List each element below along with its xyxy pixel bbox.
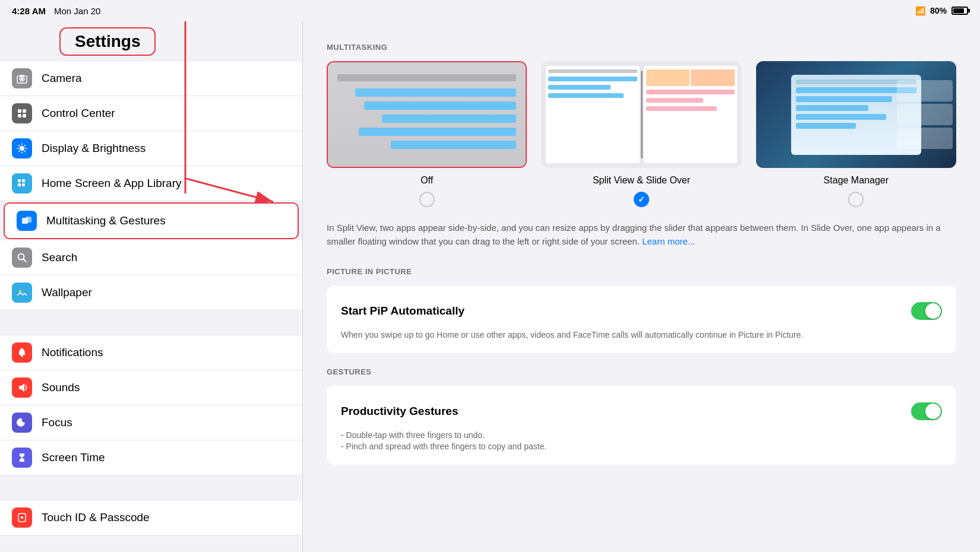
status-time: 4:28 AM (12, 6, 46, 16)
camera-icon (12, 68, 32, 88)
svg-rect-27 (21, 355, 23, 357)
search-label: Search (42, 251, 77, 264)
battery-fill (953, 8, 964, 13)
gestures-card: Productivity Gestures - Double-tap with … (327, 386, 956, 465)
svg-point-25 (17, 287, 27, 298)
settings-title: Settings (75, 32, 140, 50)
split-right (644, 66, 737, 163)
sounds-label: Sounds (42, 381, 80, 394)
svg-rect-7 (23, 114, 26, 118)
sidebar-item-search[interactable]: Search (0, 240, 302, 275)
svg-line-16 (19, 151, 20, 152)
stage-radio[interactable] (848, 192, 864, 207)
sidebar-group-3: Touch ID & Passcode (0, 500, 302, 535)
pip-toggle-description: When you swipe up to go Home or use othe… (341, 329, 942, 341)
svg-line-24 (24, 259, 27, 262)
wifi-icon: 📶 (915, 6, 925, 15)
svg-rect-20 (22, 183, 25, 186)
svg-rect-4 (18, 109, 21, 113)
svg-line-14 (24, 151, 26, 152)
control-center-label: Control Center (42, 107, 115, 120)
svg-rect-22 (26, 217, 31, 223)
svg-rect-5 (23, 109, 26, 113)
svg-rect-6 (18, 114, 21, 118)
svg-rect-18 (22, 179, 25, 182)
stage-side (897, 80, 953, 149)
off-preview (327, 61, 527, 168)
sidebar-item-home-screen[interactable]: Home Screen & App Library (0, 166, 302, 201)
sidebar-item-sounds[interactable]: Sounds (0, 370, 302, 405)
productivity-toggle-description: - Double-tap with three fingers to undo.… (341, 430, 942, 453)
status-date: Mon Jan 20 (54, 6, 100, 16)
screen-time-label: Screen Time (42, 451, 105, 464)
learn-more-link[interactable]: Learn more... (642, 236, 695, 246)
sidebar-gap-1 (0, 327, 302, 335)
sidebar-group-2: Notifications Sounds Focus (0, 335, 302, 475)
stage-preview-content (756, 61, 956, 168)
notifications-label: Notifications (42, 346, 103, 359)
sidebar-item-control-center[interactable]: Control Center (0, 96, 302, 131)
sidebar-header: Settings (0, 21, 302, 61)
split-preview-content (541, 61, 741, 168)
off-label: Off (421, 175, 433, 186)
multitasking-option-off[interactable]: Off (327, 61, 527, 207)
status-right: 📶 80% (915, 6, 968, 15)
sidebar-item-display[interactable]: Display & Brightness (0, 131, 302, 166)
display-label: Display & Brightness (42, 142, 146, 155)
screen-time-icon (12, 448, 32, 468)
home-screen-icon (12, 173, 32, 193)
productivity-toggle-label: Productivity Gestures (341, 405, 458, 418)
sidebar-item-touch-id[interactable]: Touch ID & Passcode (0, 500, 302, 535)
touch-id-icon (12, 507, 32, 528)
multitasking-icon (17, 211, 37, 231)
sidebar-group-1: Camera Control Center (0, 61, 302, 310)
wallpaper-label: Wallpaper (42, 286, 92, 299)
svg-rect-19 (18, 183, 21, 186)
touch-id-label: Touch ID & Passcode (42, 511, 150, 524)
split-left (546, 66, 639, 163)
split-radio[interactable] (634, 192, 649, 207)
pip-section-header: PICTURE IN PICTURE (327, 267, 956, 276)
main-layout: Settings Camera (0, 21, 980, 552)
multitasking-section-header: MULTITASKING (327, 43, 956, 52)
multitasking-option-split[interactable]: Split View & Slide Over (541, 61, 741, 207)
sidebar-item-wallpaper[interactable]: Wallpaper (0, 275, 302, 310)
settings-title-box: Settings (59, 27, 156, 56)
sidebar-item-camera[interactable]: Camera (0, 61, 302, 96)
sidebar-item-multitasking[interactable]: Multitasking & Gestures (4, 202, 299, 239)
gestures-section-header: GESTURES (327, 367, 956, 376)
notifications-icon (12, 342, 32, 363)
stage-label: Stage Manager (824, 175, 889, 186)
multitasking-options: Off (327, 61, 956, 207)
svg-point-30 (21, 516, 23, 519)
pip-toggle-row: Start PiP Automatically (341, 297, 942, 325)
sidebar-item-focus[interactable]: Focus (0, 405, 302, 440)
content-area: MULTITASKING Off (303, 21, 980, 552)
off-radio[interactable] (419, 192, 435, 207)
multitasking-option-stage[interactable]: Stage Manager (756, 61, 956, 207)
sidebar-item-screen-time[interactable]: Screen Time (0, 440, 302, 475)
focus-icon (12, 413, 32, 433)
battery-percent: 80% (930, 6, 947, 15)
pip-toggle-switch[interactable] (911, 302, 942, 320)
multitasking-description: In Split View, two apps appear side-by-s… (327, 221, 956, 248)
wallpaper-icon (12, 283, 32, 303)
productivity-toggle-row: Productivity Gestures (341, 398, 942, 425)
split-preview (541, 61, 741, 168)
battery-icon (951, 7, 968, 15)
stage-preview (756, 61, 956, 168)
sidebar-item-notifications[interactable]: Notifications (0, 335, 302, 370)
home-screen-label: Home Screen & App Library (42, 177, 182, 190)
split-label: Split View & Slide Over (593, 175, 690, 186)
status-bar: 4:28 AM Mon Jan 20 📶 80% (0, 0, 980, 21)
sidebar-gap-2 (0, 492, 302, 500)
pip-card: Start PiP Automatically When you swipe u… (327, 285, 956, 353)
svg-line-13 (19, 145, 20, 147)
svg-point-3 (21, 78, 24, 81)
svg-line-15 (24, 145, 26, 147)
svg-point-8 (20, 146, 24, 151)
svg-rect-2 (20, 75, 24, 77)
svg-rect-17 (18, 179, 21, 182)
display-icon (12, 138, 32, 158)
productivity-toggle-switch[interactable] (911, 402, 942, 420)
